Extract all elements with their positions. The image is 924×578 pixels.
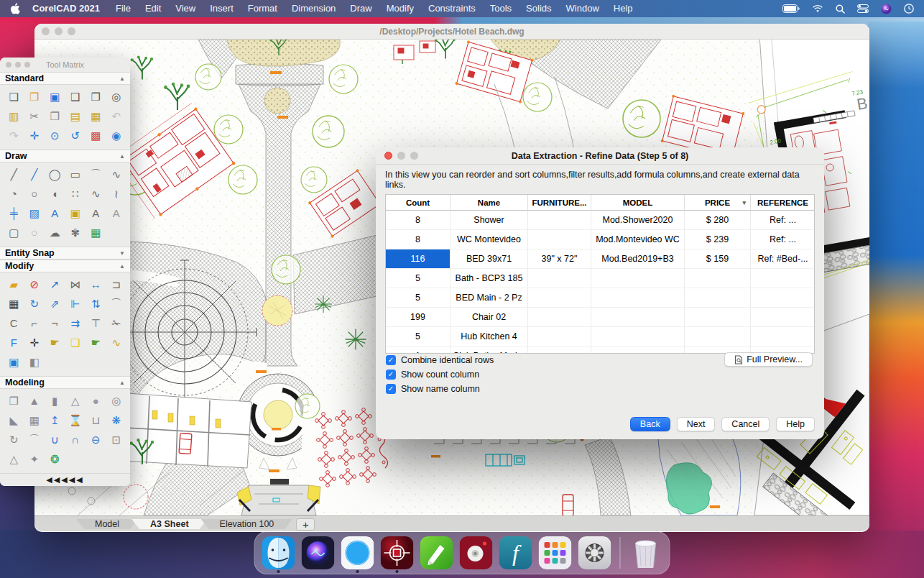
power-trim-icon[interactable]: ✁ xyxy=(106,313,127,333)
pan-icon[interactable]: ✛ xyxy=(24,126,45,145)
erase-icon[interactable]: ▰ xyxy=(4,275,24,294)
chevron-up-icon[interactable]: ▲ xyxy=(119,75,125,82)
print-batch-icon[interactable]: ❒ xyxy=(86,87,106,106)
full-preview-button[interactable]: Full Preview... xyxy=(724,352,813,367)
dock-corelcad-icon[interactable] xyxy=(381,536,414,569)
palette-minimize-button[interactable] xyxy=(15,62,21,68)
table-cell[interactable] xyxy=(751,327,815,347)
window-title-bar[interactable]: /Desktop/Projects/Hotel Beach.dwg xyxy=(34,24,869,40)
mirror-icon[interactable]: ⋈ xyxy=(65,275,86,294)
checkbox-icon[interactable]: ✓ xyxy=(386,384,396,394)
palette-section-draw[interactable]: Draw▲ xyxy=(0,150,130,162)
column-header-price[interactable]: PRICE▾ xyxy=(685,195,751,211)
pyramid-icon[interactable]: △ xyxy=(65,391,86,410)
menu-item-solids[interactable]: Solids xyxy=(519,0,558,17)
dock-finder-icon[interactable] xyxy=(262,536,295,569)
chamfer-3d-icon[interactable]: ✦ xyxy=(24,449,45,469)
dialog-zoom-button[interactable] xyxy=(410,152,418,160)
path-array-icon[interactable]: ⇅ xyxy=(86,294,106,313)
menu-item-file[interactable]: File xyxy=(108,0,138,17)
table-cell[interactable] xyxy=(591,347,685,354)
fillet-icon[interactable]: C xyxy=(4,313,24,333)
table-cell[interactable]: BED 39x71 xyxy=(451,249,528,269)
menu-item-view[interactable]: View xyxy=(168,0,203,17)
column-header-reference[interactable]: REFERENCE xyxy=(751,195,815,211)
open-file-icon[interactable]: ❒ xyxy=(24,87,45,106)
annotation-monitor-icon[interactable]: ◧ xyxy=(24,352,45,372)
render-sphere-icon[interactable]: ❂ xyxy=(45,449,65,469)
palette-collapse-arrows[interactable]: ◀◀◀◀◀ xyxy=(0,473,130,486)
plot-icon[interactable]: ▥ xyxy=(4,106,24,126)
dock-designer-icon[interactable] xyxy=(420,536,453,569)
apple-menu-icon[interactable] xyxy=(10,3,21,14)
table-cell[interactable] xyxy=(685,288,751,308)
scale-icon[interactable]: ↔ xyxy=(86,275,106,294)
stretch-multiple-icon[interactable]: F xyxy=(4,333,24,352)
table-cell[interactable] xyxy=(528,269,591,288)
window-minimize-button[interactable] xyxy=(55,27,63,35)
table-cell[interactable] xyxy=(751,269,815,288)
table-cell[interactable] xyxy=(528,288,591,308)
redo-icon[interactable]: ↷ xyxy=(4,126,24,145)
sweep-icon[interactable]: ⊔ xyxy=(86,410,106,430)
table-row[interactable]: 8ShowerMod.Shower2020$ 280Ref: ... xyxy=(386,211,814,230)
new-file-icon[interactable]: ❏ xyxy=(4,87,24,106)
table-cell[interactable]: 5 xyxy=(386,269,451,288)
delete-constraint-icon[interactable]: ⊘ xyxy=(24,275,45,294)
polygon-icon[interactable]: ◯ xyxy=(45,165,65,184)
table-cell[interactable]: Hub Kitchen 4 xyxy=(451,327,528,347)
revision-cloud-icon[interactable]: ☁ xyxy=(45,223,65,242)
dock-trash-icon[interactable] xyxy=(629,536,662,569)
table-cell[interactable]: 199 xyxy=(386,308,451,327)
cone-icon[interactable]: ▲ xyxy=(24,391,45,410)
rotate-icon[interactable]: ↻ xyxy=(24,294,45,313)
zoom-selected-icon[interactable]: ▣ xyxy=(4,352,24,372)
checkbox-icon[interactable]: ✓ xyxy=(386,355,396,365)
table-cell[interactable]: $ 280 xyxy=(685,211,751,230)
table-cell[interactable] xyxy=(591,327,685,347)
spline-icon[interactable]: ∿ xyxy=(86,184,106,203)
table-row[interactable]: 5Bath - BCP3 185 xyxy=(386,269,814,288)
menu-app-name[interactable]: CorelCAD 2021 xyxy=(24,0,108,17)
table-cell[interactable]: Ref: ... xyxy=(751,230,815,249)
table-cell[interactable] xyxy=(751,308,815,327)
torus-icon[interactable]: ◎ xyxy=(106,391,127,410)
slice-icon[interactable]: △ xyxy=(4,449,24,469)
join-icon[interactable]: ⇉ xyxy=(65,313,86,333)
union-icon[interactable]: ∪ xyxy=(45,430,65,449)
ellipse-icon[interactable]: ○ xyxy=(24,184,45,203)
checkbox-show-name-column[interactable]: ✓Show name column xyxy=(386,382,494,396)
table-cell[interactable] xyxy=(685,327,751,347)
insert-text-icon[interactable]: A xyxy=(45,203,65,223)
edit-hatch-icon[interactable]: ☛ xyxy=(45,333,65,352)
data-table[interactable]: CountNameFURNITURE...MODELPRICE▾REFERENC… xyxy=(385,194,815,354)
help-button[interactable]: Help xyxy=(776,417,815,431)
table-cell[interactable]: $ 239 xyxy=(685,230,751,249)
menu-item-dimension[interactable]: Dimension xyxy=(285,0,343,17)
loft-icon[interactable]: ⌛ xyxy=(65,410,86,430)
table-cell[interactable]: Chair 02 xyxy=(451,308,528,327)
next-button[interactable]: Next xyxy=(677,417,716,431)
move-icon[interactable]: ↗ xyxy=(45,275,65,294)
edit-spline-icon[interactable]: ∿ xyxy=(106,333,127,352)
break-at-point-icon[interactable]: ✛ xyxy=(24,333,45,352)
table-cell[interactable] xyxy=(528,308,591,327)
wedge-icon[interactable]: ◣ xyxy=(4,410,24,430)
table-row[interactable]: 8WC MontevideoMod.Montevideo WC$ 239Ref:… xyxy=(386,230,814,249)
palette-title-bar[interactable]: Tool Matrix xyxy=(0,58,130,72)
dock-fontbook-icon[interactable]: f xyxy=(499,536,532,569)
dock-settings-icon[interactable] xyxy=(578,536,611,569)
save-icon[interactable]: ▣ xyxy=(45,87,65,106)
dock-camera-icon[interactable] xyxy=(460,536,493,569)
intersect-icon[interactable]: ∩ xyxy=(65,430,86,449)
menu-item-help[interactable]: Help xyxy=(606,0,640,17)
region-icon[interactable]: ▣ xyxy=(65,203,86,223)
table-cell[interactable] xyxy=(528,211,591,230)
chevron-down-icon[interactable]: ▼ xyxy=(119,250,125,257)
paste-icon[interactable]: ▤ xyxy=(65,106,86,126)
chamfer-angle-icon[interactable]: ¬ xyxy=(45,313,65,333)
menu-item-window[interactable]: Window xyxy=(559,0,606,17)
hatch-icon[interactable]: ▨ xyxy=(24,203,45,223)
fillet-arc-icon[interactable]: ⌒ xyxy=(106,294,127,313)
menu-item-insert[interactable]: Insert xyxy=(203,0,241,17)
